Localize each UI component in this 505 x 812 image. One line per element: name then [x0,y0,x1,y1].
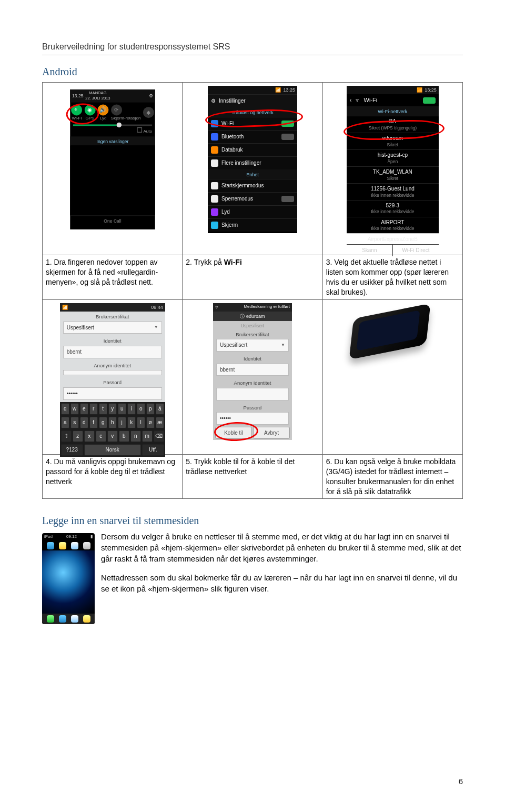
cert-dropdown[interactable]: Uspesifisert▼ [216,339,289,352]
anon-input[interactable] [63,370,162,375]
data-icon [211,146,218,154]
group-device: Enhet [208,169,297,179]
settings-more-row[interactable]: Flere innstillinger [208,156,297,169]
block-icon [211,195,218,203]
block-toggle[interactable] [281,196,294,202]
display-icon [211,222,218,229]
password-label: Passord [60,377,165,386]
group-wireless: Trådløst og nettverk [208,107,297,117]
doc-header: Brukerveiledning for studentresponssyste… [42,42,463,55]
app-icon [83,542,90,549]
wifi-net-eduroam[interactable]: eduroamSikret [347,133,439,149]
net-sub: Sikret (WPS tilgjengelig) [350,125,436,131]
dock-icon [71,615,78,623]
wifi-net-11256[interactable]: 11256-Guest LundIkke innen rekkevidde [347,183,439,200]
cert-value: Uspesifisert [67,324,94,332]
wifi-toggle[interactable] [281,121,294,127]
wifi-direct-button[interactable]: Wi-Fi Direct [393,244,439,256]
dock-icon [59,615,66,623]
data-text: Databruk [221,146,243,154]
display-text: Skjerm [221,222,238,229]
bluetooth-text: Bluetooth [221,133,244,141]
wifi-net-tk[interactable]: TK_ADM_WLANSikret [347,166,439,183]
page-number: 6 [459,777,463,786]
caption-step3: 3. Velg det aktuelle trådløse nettet i l… [322,255,462,300]
cancel-button[interactable]: Avbryt [253,427,290,439]
bluetooth-icon [211,133,218,141]
password-input[interactable]: •••••• [216,412,289,425]
rotation-toggle-icon[interactable]: ⟳ [111,104,122,115]
wifi-icon [211,120,218,127]
bt-toggle-icon[interactable]: ✱ [143,107,154,118]
kb-space[interactable]: Norsk [84,444,141,456]
wifi-net-guest[interactable]: hist-guest-cpÅpen [347,149,439,166]
auto-label: Auto [143,128,152,134]
password-label: Passord [213,403,292,412]
settings-display-row[interactable]: Skjerm [208,218,297,232]
settings-home-row[interactable]: Startskjermmodus [208,179,297,192]
battery-icon: ▮ [90,534,93,539]
wifi-net-529[interactable]: 529-3Ikke innen rekkevidde [347,200,439,217]
wifi-master-toggle[interactable] [423,97,436,104]
rotation-label: Skjerm-rotasjon [111,115,141,121]
wallpaper [42,550,95,614]
keyboard[interactable]: qwertyuiopå asdfghjkløæ ⇧zxcvbnm⌫ ?123No… [60,402,165,457]
brightness-slider[interactable] [73,125,152,126]
network-name: eduroam [246,314,265,319]
password-value: •••••• [67,390,78,397]
sound-icon [211,208,218,216]
kb-symbols[interactable]: ?123 [61,444,83,456]
info-icon: ⓘ [240,314,245,319]
time-label: 13:25 [425,87,437,93]
cell-shot-6 [322,299,462,454]
time-label: 13:25 [72,93,83,99]
wifi-net-airport[interactable]: AIRPORTIkke innen rekkevidde [347,217,439,234]
cert-value: Uspesifisert [220,342,247,349]
wifi-toggle-icon[interactable]: ᯤ [71,104,82,115]
cert-dropdown[interactable]: Uspesifisert▼ [63,322,162,334]
caption-step6: 6. Du kan også velge å bruke mobildata (… [322,454,462,499]
password-input[interactable]: •••••• [63,387,162,400]
sound-label: Lyd [97,115,108,121]
wifi-net-ba[interactable]: BASikret (WPS tilgjengelig) [347,116,439,133]
identity-input[interactable]: bbernt [63,346,162,358]
wifi-icon: ᯤ [215,304,220,310]
bt-toggle[interactable] [281,134,294,140]
net-name: 529-3 [350,202,436,209]
step2-prefix: 2. Trykk på [186,258,224,266]
sound-text: Lyd [221,208,230,216]
section-title-android: Android [42,66,463,78]
net-name: AirportExpressZoneB [350,236,436,243]
settings-wifi-row[interactable]: Wi-Fi [208,117,297,130]
connect-button[interactable]: Koble til [215,427,252,439]
section-title-shortcut: Legge inn en snarvei til stemmesiden [42,515,463,527]
settings-block-row[interactable]: Sperremodus [208,192,297,205]
ipod-time: 09:12 [66,534,77,539]
gps-toggle-icon[interactable]: ◉ [84,104,95,115]
steps-table-android: 13:25 MANDAG 22. JULI 2013 ⚙ ᯤWi-Fi ◉GPS [42,82,463,499]
shot-3: 📶 13:25 ‹ ᯤ Wi-Fi Wi-Fi-nettverk BASikre… [347,86,439,233]
shortcut-paragraph-1: Dersom du velger å bruke en nettleser ti… [101,531,463,564]
cell-shot-4: 📶09:44 Brukersertifikat Uspesifisert▼ Id… [43,299,183,454]
kb-enter[interactable]: Utf. [142,444,164,456]
chevron-down-icon: ▼ [154,325,158,330]
anon-input[interactable] [216,388,289,400]
quick-settings-row: ᯤWi-Fi ◉GPS 🔊Lyd ⟳Skjerm-rotasjon ✱ [70,102,155,123]
home-mode-text: Startskjermmodus [221,182,264,189]
settings-bluetooth-row[interactable]: Bluetooth [208,130,297,143]
anon-label: Anonym identitet [60,360,165,369]
sound-toggle-icon[interactable]: 🔊 [97,104,108,115]
identity-input[interactable]: bbernt [216,364,289,376]
scan-button[interactable]: Skann [347,244,393,256]
wifi-net-zoneb[interactable]: AirportExpressZoneB [347,234,439,245]
net-sub: Åpen [350,159,436,165]
identity-label: Identitet [60,336,165,345]
settings-sound-row[interactable]: Lyd [208,205,297,218]
scan-label: Medleskanning er fullført [244,304,290,310]
caption-step1: 1. Dra fingeren nedover toppen av skjerm… [43,255,183,300]
home-mode-icon [211,182,218,189]
dock-icon [83,615,90,623]
settings-data-row[interactable]: Databruk [208,143,297,156]
back-icon[interactable]: ‹ [350,96,352,104]
wifi-icon: ᯤ [355,96,361,104]
